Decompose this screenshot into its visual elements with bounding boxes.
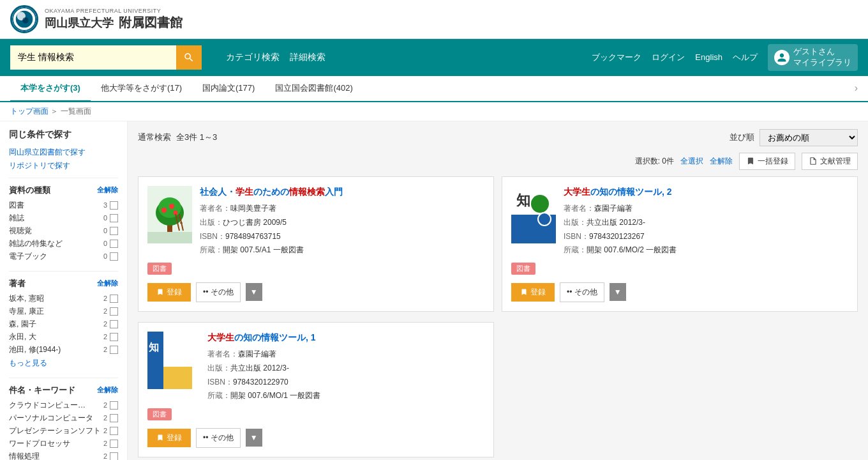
tab-local[interactable]: 本学をさがす(3) <box>10 76 91 102</box>
svg-point-3 <box>22 17 29 24</box>
result-count: 全3件 1～3 <box>176 132 217 143</box>
bookmark-register-icon-1 <box>156 288 164 296</box>
svg-rect-23 <box>163 332 192 367</box>
filter-item: 図書 3 <box>9 200 118 211</box>
sort-label: 並び順 <box>730 132 754 143</box>
filter-item: 池田, 修(1944-) 2 <box>9 344 118 355</box>
filter-checkbox-books[interactable] <box>110 201 118 210</box>
header-right: ブックマーク ログイン English ヘルプ ゲストさん マイライブラリ <box>592 44 858 71</box>
filter-checkbox-av[interactable] <box>110 227 118 235</box>
filter-author-title: 著者 全解除 <box>9 278 118 289</box>
register-btn-3[interactable]: 登録 <box>147 429 191 447</box>
tab-domestic[interactable]: 国内論文(177) <box>192 76 265 100</box>
filter-checkbox-ebook[interactable] <box>110 252 118 261</box>
other-btn-1[interactable]: •• その他 <box>196 282 241 302</box>
register-btn-1[interactable]: 登録 <box>147 283 191 302</box>
header: OKAYAMA PREFECTURAL UNIVERSITY 岡山県立大学 附属… <box>0 0 868 39</box>
more-authors-link[interactable]: もっと見る <box>9 358 118 369</box>
search-input[interactable] <box>10 45 176 70</box>
other-dropdown-3[interactable]: ▼ <box>246 429 262 447</box>
user-button[interactable]: ゲストさん マイライブラリ <box>768 44 858 71</box>
tab-national[interactable]: 国立国会図書館(402) <box>265 76 363 100</box>
filter-checkbox-special[interactable] <box>110 240 118 248</box>
filter-checkbox-kw1[interactable] <box>110 401 118 410</box>
result-title-3[interactable]: 大学生の知の情報ツール, 1 <box>207 332 484 344</box>
bookmark-icon <box>746 157 755 165</box>
breadcrumb-top[interactable]: トップ画面 <box>10 107 49 116</box>
sidebar: 同じ条件で探す 岡山県立図書館で探す リポジトリで探す 資料の種類 全解除 図書… <box>0 121 128 460</box>
pref-lib-link[interactable]: 岡山県立図書館で探す <box>9 147 118 158</box>
literature-mgmt-btn[interactable]: 文献管理 <box>802 153 858 170</box>
register-btn-2[interactable]: 登録 <box>511 283 555 302</box>
result-info-2: 大学生の知の情報ツール, 2 著者名：森園子編著 出版：共立出版 2012/3-… <box>564 186 848 257</box>
svg-point-19 <box>531 195 549 213</box>
sidebar-divider3 <box>9 378 118 378</box>
logo-icon <box>10 5 38 33</box>
filter-checkbox-magazines[interactable] <box>110 214 118 222</box>
result-card-inner-3: 知 大学生の知の情報ツール, 1 著者名：森園子編著 出版：共立出版 2012/… <box>147 332 484 403</box>
filter-material-clear[interactable]: 全解除 <box>97 185 118 195</box>
result-card-1: 社会人・学生のための情報検索入門 著者名：味岡美豊子著 出版：ひつじ書房 200… <box>138 176 494 312</box>
result-title-2[interactable]: 大学生の知の情報ツール, 2 <box>564 186 848 199</box>
repo-link[interactable]: リポジトリで探す <box>9 160 118 171</box>
user-name: ゲストさん <box>793 47 851 57</box>
filter-item: 情報処理 2 <box>9 451 118 460</box>
other-btn-3[interactable]: •• その他 <box>196 428 241 448</box>
filter-item: ワードプロセッサ 2 <box>9 438 118 449</box>
library-name: 附属図書館 <box>119 14 183 31</box>
filter-author-clear[interactable]: 全解除 <box>97 279 118 288</box>
filter-checkbox-kw5[interactable] <box>110 452 118 460</box>
help-link[interactable]: ヘルプ <box>733 52 758 63</box>
filter-item: 雑誌 0 <box>9 213 118 224</box>
deselect-all-link[interactable]: 全解除 <box>710 156 733 167</box>
filter-subject: 件名・キーワード 全解除 クラウドコンピュー… 2 パーソナルコンピュータ 2 … <box>9 385 118 460</box>
result-info-1: 社会人・学生のための情報検索入門 著者名：味岡美豊子著 出版：ひつじ書房 200… <box>200 186 484 257</box>
login-link[interactable]: ログイン <box>652 52 685 63</box>
result-tag-3: 図書 <box>147 408 172 420</box>
batch-register-btn[interactable]: 一括登録 <box>739 153 795 170</box>
filter-checkbox-kw4[interactable] <box>110 440 118 448</box>
main: 同じ条件で探す 岡山県立図書館で探す リポジトリで探す 資料の種類 全解除 図書… <box>0 121 868 460</box>
search-button[interactable] <box>176 45 202 70</box>
filter-item: プレゼンテーションソフト 2 <box>9 425 118 436</box>
other-dropdown-2[interactable]: ▼ <box>610 283 626 301</box>
filter-checkbox-author3[interactable] <box>110 320 118 328</box>
filter-checkbox-author5[interactable] <box>110 346 118 354</box>
other-dropdown-1[interactable]: ▼ <box>246 283 262 301</box>
result-actions-3: 登録 •• その他 ▼ <box>147 428 484 448</box>
document-icon <box>809 157 818 165</box>
content: 通常検索 全3件 1～3 並び順 お薦めの順 出版年(新しい順) 出版年(古い順… <box>128 121 868 460</box>
filter-checkbox-author1[interactable] <box>110 295 118 303</box>
filter-material-title: 資料の種類 全解除 <box>9 185 118 196</box>
sidebar-divider2 <box>9 271 118 272</box>
same-condition-title: 同じ条件で探す <box>9 129 118 141</box>
filter-checkbox-author4[interactable] <box>110 333 118 341</box>
filter-item: クラウドコンピュー… 2 <box>9 400 118 411</box>
search-input-wrap <box>10 45 214 70</box>
other-btn-2[interactable]: •• その他 <box>560 282 604 302</box>
sort-select[interactable]: お薦めの順 出版年(新しい順) 出版年(古い順) タイトル順 <box>760 129 858 146</box>
logo-text: OKAYAMA PREFECTURAL UNIVERSITY 岡山県立大学 附属… <box>45 8 183 31</box>
advanced-search-link[interactable]: 詳細検索 <box>290 52 326 63</box>
filter-subject-clear[interactable]: 全解除 <box>97 385 118 395</box>
filter-checkbox-kw3[interactable] <box>110 427 118 435</box>
breadcrumb: トップ画面 ＞ 一覧画面 <box>0 102 868 121</box>
filter-item: 雑誌の特集など 0 <box>9 238 118 249</box>
english-link[interactable]: English <box>695 52 722 62</box>
select-all-link[interactable]: 全選択 <box>680 156 703 167</box>
result-thumb-1 <box>147 186 192 243</box>
logo: OKAYAMA PREFECTURAL UNIVERSITY 岡山県立大学 附属… <box>10 5 183 33</box>
result-card-2: 知 大学生の知の情報ツール, 2 著者名：森園子編著 <box>502 176 858 312</box>
filter-checkbox-kw2[interactable] <box>110 414 118 422</box>
filter-subject-title: 件名・キーワード 全解除 <box>9 385 118 396</box>
action-bar: 選択数: 0件 全選択 全解除 一括登録 文献管理 <box>138 153 858 170</box>
category-search-link[interactable]: カテゴリ検索 <box>226 52 280 63</box>
filter-checkbox-author2[interactable] <box>110 307 118 316</box>
result-meta-3: 著者名：森園子編著 出版：共立出版 2012/3- ISBN：978432012… <box>207 348 484 402</box>
result-title-1[interactable]: 社会人・学生のための情報検索入門 <box>200 186 484 199</box>
user-icon <box>774 50 789 65</box>
svg-rect-24 <box>163 367 192 389</box>
svg-point-20 <box>538 213 551 226</box>
tab-other-univ[interactable]: 他大学等をさがす(17) <box>91 76 192 100</box>
bookmark-link[interactable]: ブックマーク <box>592 52 641 63</box>
